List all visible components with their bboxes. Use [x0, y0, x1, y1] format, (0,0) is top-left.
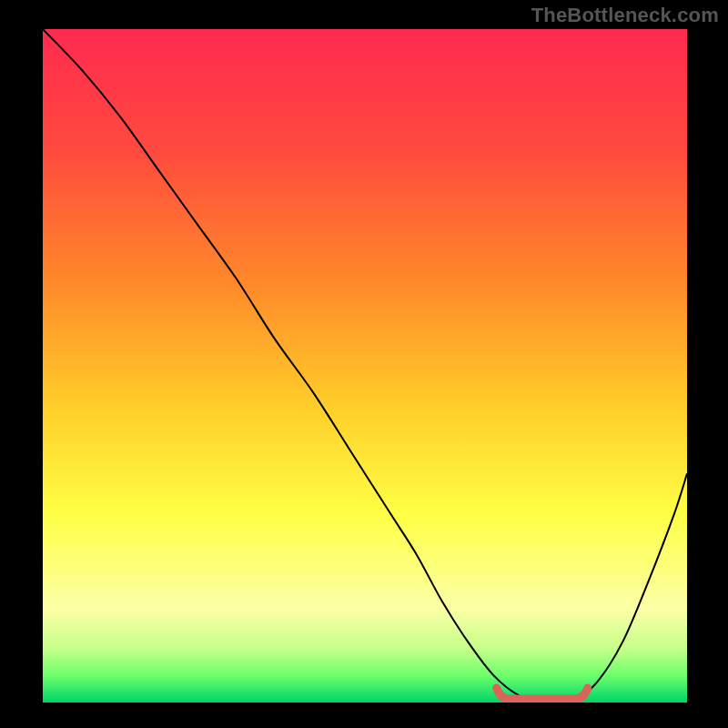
watermark-label: TheBottleneck.com	[531, 4, 719, 27]
chart-frame: TheBottleneck.com	[0, 0, 728, 728]
plot-area	[43, 29, 687, 703]
curve-line	[43, 29, 687, 703]
bottleneck-curve	[43, 29, 687, 703]
